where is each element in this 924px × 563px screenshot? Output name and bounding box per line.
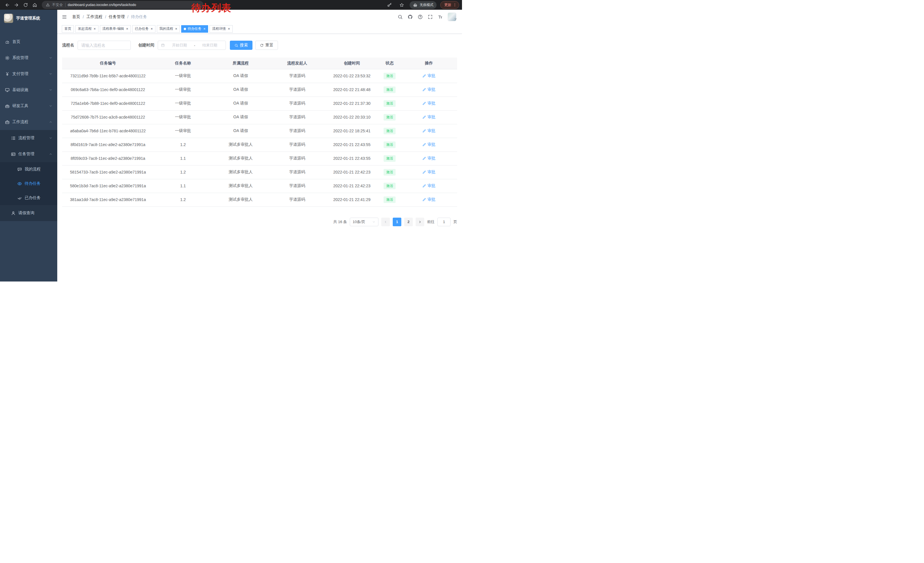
column-header-process: 所属流程	[212, 57, 269, 69]
approve-link[interactable]: 审批	[422, 73, 435, 78]
tab[interactable]: 首页	[62, 25, 74, 33]
process-name-input[interactable]	[78, 41, 131, 50]
tab-close-icon[interactable]: ×	[151, 27, 153, 31]
search-button[interactable]: 搜索	[230, 41, 252, 50]
table-row: 069c6a63-7b8a-11ec-8ef0-acde48001122一级审批…	[62, 83, 457, 96]
search-icon	[234, 44, 238, 47]
chevron-down-icon	[49, 56, 52, 60]
tab[interactable]: 已办任务×	[132, 25, 155, 33]
refresh-icon	[260, 44, 264, 47]
page-size-select[interactable]: 10条/页	[350, 218, 378, 226]
tab-label: 流程表单-编辑	[102, 26, 124, 31]
tab[interactable]: 发起流程×	[75, 25, 99, 33]
app-logo[interactable]: 芋道管理系统	[0, 10, 57, 27]
header-search-button[interactable]	[398, 14, 403, 20]
approve-link[interactable]: 审批	[422, 183, 435, 188]
sidebar-item-payment[interactable]: 支付管理	[0, 66, 57, 82]
user-menu[interactable]	[448, 13, 458, 21]
browser-address-bar[interactable]: 不安全 dashboard.yudao.iocoder.cn/bpm/task/…	[42, 1, 204, 9]
browser-back-button[interactable]	[3, 1, 12, 9]
forward-icon	[14, 3, 19, 8]
table-header-row: 任务编号 任务名称 所属流程 流程发起人 创建时间 状态 操作	[62, 57, 457, 69]
chevron-left-icon	[384, 220, 387, 224]
table-row: 8f0d1619-7ac8-11ec-a9e2-a2380e71991a1.2测…	[62, 138, 457, 152]
tab-close-icon[interactable]: ×	[175, 27, 177, 31]
tab[interactable]: 流程表单-编辑×	[100, 25, 131, 33]
top-navbar: 首页 / 工作流程 / 任务管理 / 待办任务	[57, 10, 462, 24]
sidebar-item-workflow[interactable]: 工作流程	[0, 114, 57, 130]
approve-link[interactable]: 审批	[422, 128, 435, 134]
page-button-1[interactable]: 1	[393, 218, 401, 226]
tab[interactable]: 我的流程×	[157, 25, 180, 33]
cell-name: 1.2	[154, 165, 212, 179]
sidebar-item-infrastructure[interactable]: 基础设施	[0, 82, 57, 98]
sidebar-item-todo-tasks[interactable]: 待办任务	[0, 176, 57, 191]
password-key-button[interactable]	[385, 1, 394, 9]
date-range-separator: -	[194, 43, 195, 48]
approve-link[interactable]: 审批	[422, 114, 435, 120]
sidebar-item-label: 请假查询	[18, 210, 34, 216]
bookmark-star-button[interactable]	[397, 1, 406, 9]
task-table-body: 73211d9d-7b9b-11ec-b5b7-acde48001122一级审批…	[62, 69, 457, 206]
gear-icon	[5, 56, 10, 60]
approve-link[interactable]: 审批	[422, 101, 435, 106]
cell-id: 725a1eb6-7b88-11ec-8ef0-acde48001122	[62, 96, 154, 110]
approve-link[interactable]: 审批	[422, 87, 435, 92]
font-size-button[interactable]	[438, 14, 443, 20]
goto-label: 前往	[427, 219, 435, 225]
date-range-picker[interactable]: 开始日期 - 结束日期	[158, 41, 226, 50]
approve-link[interactable]: 审批	[422, 142, 435, 147]
fullscreen-button[interactable]	[428, 14, 433, 20]
breadcrumb-item[interactable]: 任务管理	[109, 14, 125, 20]
cell-initiator: 芋道源码	[269, 193, 325, 206]
sidebar-item-leave-query[interactable]: 请假查询	[0, 205, 57, 221]
approve-label: 审批	[428, 73, 435, 78]
github-link[interactable]	[408, 14, 413, 20]
status-badge: 激活	[384, 73, 396, 79]
sidebar-item-home[interactable]: 首页	[0, 34, 57, 50]
cell-initiator: 芋道源码	[269, 179, 325, 193]
security-label: 不安全	[52, 3, 63, 8]
tab-close-icon[interactable]: ×	[94, 27, 96, 31]
sidebar-item-label: 任务管理	[18, 152, 34, 157]
approve-link[interactable]: 审批	[422, 156, 435, 161]
sidebar-item-process-management[interactable]: 流程管理	[0, 130, 57, 146]
cell-id: 8f059c03-7ac8-11ec-a9e2-a2380e71991a	[62, 152, 154, 165]
cell-created: 2022-01-21 22:42:23	[325, 179, 378, 193]
sidebar-collapse-button[interactable]	[62, 14, 67, 20]
tab-close-icon[interactable]: ×	[126, 27, 129, 31]
browser-home-button[interactable]	[30, 1, 39, 9]
sidebar-item-done-tasks[interactable]: 已办任务	[0, 191, 57, 205]
goto-page-input[interactable]	[437, 218, 450, 226]
tab-label: 待办任务	[188, 26, 201, 31]
help-button[interactable]	[418, 14, 423, 20]
cell-initiator: 芋道源码	[269, 152, 325, 165]
column-header-created: 创建时间	[325, 57, 378, 69]
sidebar-item-label: 工作流程	[12, 119, 28, 125]
reset-button[interactable]: 重置	[255, 41, 278, 50]
tab-label: 发起流程	[78, 26, 92, 31]
toolbox-icon	[5, 104, 10, 108]
browser-update-button[interactable]: 更新	[440, 1, 459, 9]
tab-close-icon[interactable]: ×	[203, 27, 206, 31]
tab[interactable]: 待办任务×	[181, 25, 208, 33]
browser-reload-button[interactable]	[21, 1, 30, 9]
next-page-button[interactable]	[416, 218, 424, 226]
approve-link[interactable]: 审批	[422, 170, 435, 175]
sidebar-item-system[interactable]: 系统管理	[0, 50, 57, 66]
breadcrumb-item[interactable]: 首页	[72, 14, 80, 20]
sidebar-item-dev-tools[interactable]: 研发工具	[0, 98, 57, 114]
approve-link[interactable]: 审批	[422, 197, 435, 202]
tab-close-icon[interactable]: ×	[228, 27, 230, 31]
prev-page-button[interactable]	[381, 218, 390, 226]
tab-label: 我的流程	[159, 26, 173, 31]
tab[interactable]: 流程详情×	[210, 25, 233, 33]
sidebar-item-task-management[interactable]: 任务管理	[0, 146, 57, 162]
sidebar-item-label: 流程管理	[18, 135, 34, 141]
page-button-2[interactable]: 2	[404, 218, 413, 226]
browser-forward-button[interactable]	[12, 1, 21, 9]
sidebar-item-my-processes[interactable]: 我的流程	[0, 162, 57, 176]
breadcrumb-item[interactable]: 工作流程	[87, 14, 102, 20]
cell-status: 激活	[378, 138, 400, 152]
pencil-icon	[422, 129, 426, 133]
